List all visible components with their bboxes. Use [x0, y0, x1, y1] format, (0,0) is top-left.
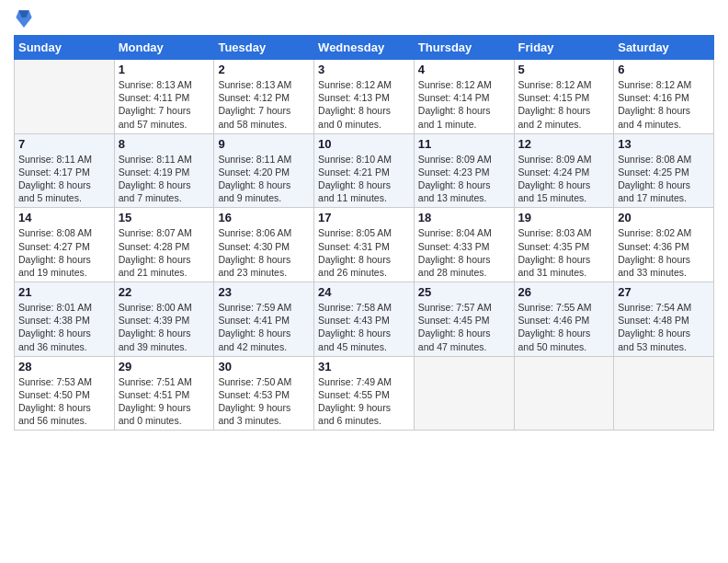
day-number: 15: [119, 211, 210, 224]
calendar-cell: 25Sunrise: 7:57 AMSunset: 4:45 PMDayligh…: [414, 282, 514, 357]
calendar-cell: 13Sunrise: 8:08 AMSunset: 4:25 PMDayligh…: [614, 133, 714, 208]
day-number: 14: [18, 211, 110, 224]
day-number: 7: [18, 137, 110, 151]
day-info: Sunrise: 8:11 AMSunset: 4:17 PMDaylight:…: [18, 153, 110, 205]
day-number: 18: [418, 211, 510, 224]
day-number: 8: [119, 137, 210, 151]
calendar-cell: 2Sunrise: 8:13 AMSunset: 4:12 PMDaylight…: [214, 60, 314, 134]
day-number: 3: [318, 63, 410, 76]
day-info: Sunrise: 7:53 AMSunset: 4:50 PMDaylight:…: [18, 375, 110, 428]
day-info: Sunrise: 7:55 AMSunset: 4:46 PMDaylight:…: [518, 301, 610, 353]
day-number: 16: [218, 211, 310, 224]
calendar-cell: 8Sunrise: 8:11 AMSunset: 4:19 PMDaylight…: [114, 133, 214, 208]
header-monday: Monday: [114, 36, 214, 60]
day-number: 5: [518, 63, 610, 76]
calendar-cell: 31Sunrise: 7:49 AMSunset: 4:55 PMDayligh…: [314, 356, 415, 431]
calendar-cell: 14Sunrise: 8:08 AMSunset: 4:27 PMDayligh…: [15, 208, 115, 282]
calendar-cell: 20Sunrise: 8:02 AMSunset: 4:36 PMDayligh…: [614, 208, 714, 282]
day-number: 13: [618, 137, 710, 151]
calendar-week-row: 14Sunrise: 8:08 AMSunset: 4:27 PMDayligh…: [15, 208, 714, 282]
day-number: 11: [418, 137, 510, 151]
day-number: 30: [218, 360, 310, 373]
calendar-cell: 18Sunrise: 8:04 AMSunset: 4:33 PMDayligh…: [414, 208, 514, 282]
calendar-cell: 23Sunrise: 7:59 AMSunset: 4:41 PMDayligh…: [214, 282, 314, 357]
calendar-week-row: 21Sunrise: 8:01 AMSunset: 4:38 PMDayligh…: [15, 282, 714, 357]
day-info: Sunrise: 7:58 AMSunset: 4:43 PMDaylight:…: [318, 301, 410, 353]
calendar-cell: 24Sunrise: 7:58 AMSunset: 4:43 PMDayligh…: [314, 282, 415, 357]
header-sunday: Sunday: [15, 36, 115, 60]
logo-icon: [16, 7, 32, 28]
day-number: 27: [618, 285, 710, 299]
day-info: Sunrise: 8:02 AMSunset: 4:36 PMDaylight:…: [618, 226, 710, 279]
page-header: [14, 9, 714, 28]
day-number: 2: [218, 63, 310, 76]
calendar-week-row: 1Sunrise: 8:13 AMSunset: 4:11 PMDaylight…: [15, 60, 714, 134]
day-info: Sunrise: 7:57 AMSunset: 4:45 PMDaylight:…: [418, 301, 510, 353]
calendar-cell: [414, 356, 514, 431]
day-info: Sunrise: 8:04 AMSunset: 4:33 PMDaylight:…: [418, 226, 510, 279]
calendar-cell: 6Sunrise: 8:12 AMSunset: 4:16 PMDaylight…: [614, 60, 714, 134]
day-info: Sunrise: 8:08 AMSunset: 4:25 PMDaylight:…: [618, 153, 710, 205]
day-number: 24: [318, 285, 410, 299]
day-info: Sunrise: 8:09 AMSunset: 4:24 PMDaylight:…: [518, 153, 610, 205]
day-number: 17: [318, 211, 410, 224]
logo: [14, 9, 32, 28]
calendar-cell: 4Sunrise: 8:12 AMSunset: 4:14 PMDaylight…: [414, 60, 514, 134]
header-wednesday: Wednesday: [314, 36, 415, 60]
day-number: 20: [618, 211, 710, 224]
day-info: Sunrise: 7:59 AMSunset: 4:41 PMDaylight:…: [218, 301, 310, 353]
day-info: Sunrise: 7:51 AMSunset: 4:51 PMDaylight:…: [119, 375, 210, 428]
day-info: Sunrise: 8:08 AMSunset: 4:27 PMDaylight:…: [18, 226, 110, 279]
calendar-cell: 16Sunrise: 8:06 AMSunset: 4:30 PMDayligh…: [214, 208, 314, 282]
calendar-cell: 15Sunrise: 8:07 AMSunset: 4:28 PMDayligh…: [114, 208, 214, 282]
calendar-cell: [614, 356, 714, 431]
day-info: Sunrise: 8:12 AMSunset: 4:14 PMDaylight:…: [418, 78, 510, 131]
calendar-cell: 19Sunrise: 8:03 AMSunset: 4:35 PMDayligh…: [514, 208, 614, 282]
day-number: 10: [318, 137, 410, 151]
calendar-header-row: SundayMondayTuesdayWednesdayThursdayFrid…: [15, 36, 714, 60]
calendar-cell: 21Sunrise: 8:01 AMSunset: 4:38 PMDayligh…: [15, 282, 115, 357]
day-number: 6: [618, 63, 710, 76]
day-number: 22: [119, 285, 210, 299]
day-number: 9: [218, 137, 310, 151]
calendar-cell: 17Sunrise: 8:05 AMSunset: 4:31 PMDayligh…: [314, 208, 415, 282]
day-number: 19: [518, 211, 610, 224]
day-number: 23: [218, 285, 310, 299]
calendar-week-row: 28Sunrise: 7:53 AMSunset: 4:50 PMDayligh…: [15, 356, 714, 431]
calendar-cell: 7Sunrise: 8:11 AMSunset: 4:17 PMDaylight…: [15, 133, 115, 208]
calendar-cell: 9Sunrise: 8:11 AMSunset: 4:20 PMDaylight…: [214, 133, 314, 208]
calendar-cell: 28Sunrise: 7:53 AMSunset: 4:50 PMDayligh…: [15, 356, 115, 431]
day-info: Sunrise: 8:03 AMSunset: 4:35 PMDaylight:…: [518, 226, 610, 279]
day-info: Sunrise: 7:54 AMSunset: 4:48 PMDaylight:…: [618, 301, 710, 353]
header-tuesday: Tuesday: [214, 36, 314, 60]
day-info: Sunrise: 8:06 AMSunset: 4:30 PMDaylight:…: [218, 226, 310, 279]
calendar-cell: 3Sunrise: 8:12 AMSunset: 4:13 PMDaylight…: [314, 60, 415, 134]
calendar-cell: 5Sunrise: 8:12 AMSunset: 4:15 PMDaylight…: [514, 60, 614, 134]
day-number: 28: [18, 360, 110, 373]
day-info: Sunrise: 8:12 AMSunset: 4:13 PMDaylight:…: [318, 78, 410, 131]
day-info: Sunrise: 8:11 AMSunset: 4:19 PMDaylight:…: [119, 153, 210, 205]
day-info: Sunrise: 8:13 AMSunset: 4:11 PMDaylight:…: [119, 78, 210, 131]
calendar-cell: 1Sunrise: 8:13 AMSunset: 4:11 PMDaylight…: [114, 60, 214, 134]
day-info: Sunrise: 8:12 AMSunset: 4:16 PMDaylight:…: [618, 78, 710, 131]
day-number: 26: [518, 285, 610, 299]
calendar-cell: 27Sunrise: 7:54 AMSunset: 4:48 PMDayligh…: [614, 282, 714, 357]
day-number: 29: [119, 360, 210, 373]
calendar-cell: [15, 60, 115, 134]
day-info: Sunrise: 8:05 AMSunset: 4:31 PMDaylight:…: [318, 226, 410, 279]
day-info: Sunrise: 8:10 AMSunset: 4:21 PMDaylight:…: [318, 153, 410, 205]
day-info: Sunrise: 8:07 AMSunset: 4:28 PMDaylight:…: [119, 226, 210, 279]
calendar-cell: [514, 356, 614, 431]
day-number: 1: [119, 63, 210, 76]
calendar-cell: 30Sunrise: 7:50 AMSunset: 4:53 PMDayligh…: [214, 356, 314, 431]
day-info: Sunrise: 8:01 AMSunset: 4:38 PMDaylight:…: [18, 301, 110, 353]
header-saturday: Saturday: [614, 36, 714, 60]
day-number: 4: [418, 63, 510, 76]
day-info: Sunrise: 8:11 AMSunset: 4:20 PMDaylight:…: [218, 153, 310, 205]
calendar-cell: 26Sunrise: 7:55 AMSunset: 4:46 PMDayligh…: [514, 282, 614, 357]
calendar-cell: 10Sunrise: 8:10 AMSunset: 4:21 PMDayligh…: [314, 133, 415, 208]
calendar-week-row: 7Sunrise: 8:11 AMSunset: 4:17 PMDaylight…: [15, 133, 714, 208]
day-info: Sunrise: 8:00 AMSunset: 4:39 PMDaylight:…: [119, 301, 210, 353]
day-number: 21: [18, 285, 110, 299]
day-info: Sunrise: 7:49 AMSunset: 4:55 PMDaylight:…: [318, 375, 410, 428]
